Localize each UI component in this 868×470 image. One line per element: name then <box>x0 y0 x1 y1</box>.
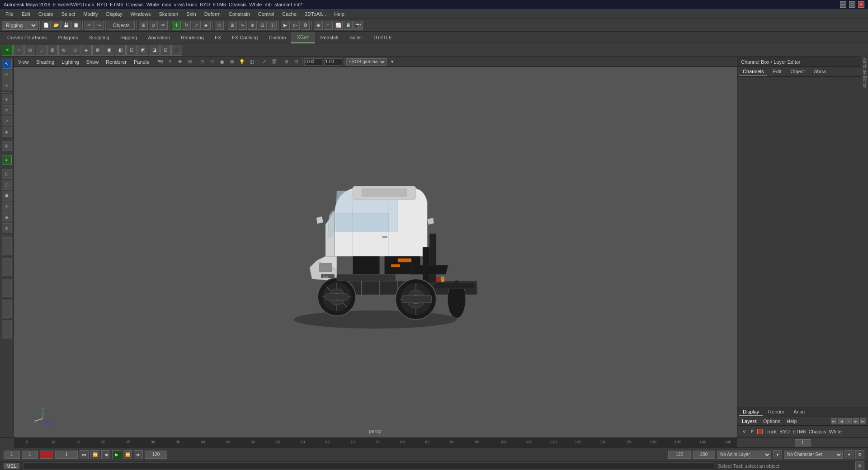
vp-select-icon[interactable]: ⊞ <box>186 58 194 66</box>
snap-surface-icon[interactable]: ◫ <box>268 21 277 30</box>
char-set-dropdown-btn[interactable]: ▼ <box>844 450 854 459</box>
paint-select-tool[interactable]: ✏ <box>2 70 12 80</box>
module-tab-1[interactable]: Polygons <box>52 32 83 43</box>
module-tab-7[interactable]: FX Caching <box>226 32 263 43</box>
shelf-tool8-icon[interactable]: ⊡ <box>126 45 137 56</box>
sculpt-tool[interactable]: ● <box>2 155 12 165</box>
snap-grid-icon[interactable]: ⊞ <box>228 21 237 30</box>
vp-show-menu[interactable]: Show <box>84 58 102 66</box>
vp-value2[interactable] <box>324 58 342 66</box>
box3[interactable] <box>2 279 12 297</box>
render-box5[interactable]: ◉ <box>2 212 12 222</box>
shelf-tool10-icon[interactable]: ◪ <box>149 45 160 56</box>
soft-select-icon[interactable]: ◎ <box>215 21 224 30</box>
close-button[interactable]: ✕ <box>858 1 864 8</box>
playback-max-end[interactable] <box>693 451 715 459</box>
vp-flat-icon[interactable]: ◼ <box>218 58 226 66</box>
shelf-tool11-icon[interactable]: ⊟ <box>160 45 171 56</box>
menu-item-select[interactable]: Select <box>58 10 79 18</box>
hypershade-icon[interactable]: ◉ <box>314 21 323 30</box>
save-icon[interactable]: 💾 <box>61 21 71 30</box>
timeline-current-frame[interactable] <box>795 439 811 446</box>
menu-item-create[interactable]: Create <box>35 10 57 18</box>
render-settings-icon[interactable]: ⚙ <box>301 21 310 30</box>
playback-autokey[interactable] <box>40 451 53 459</box>
layer-prev-btn[interactable]: ◀ <box>838 418 844 424</box>
new-icon[interactable]: 📄 <box>42 21 51 30</box>
shelf-tool4-icon[interactable]: ◈ <box>81 45 92 56</box>
snap-view-icon[interactable]: ⊡ <box>258 21 267 30</box>
mode-dropdown[interactable]: Rigging Animation Modeling <box>2 21 38 30</box>
vp-wireframe-icon[interactable]: ⊡ <box>198 58 206 66</box>
menu-item-3dtoall[interactable]: 3DToAll... <box>301 10 330 18</box>
vp-view-menu[interactable]: View <box>15 58 32 66</box>
module-tab-9[interactable]: XGen <box>291 32 315 43</box>
shelf-tool5-icon[interactable]: ⊠ <box>92 45 103 56</box>
maximize-button[interactable]: □ <box>849 1 855 8</box>
render-box1[interactable]: ⊡ <box>2 169 12 179</box>
menu-item-control[interactable]: Control <box>255 10 278 18</box>
box5[interactable] <box>2 320 12 338</box>
objects-label[interactable]: Objects <box>108 21 135 30</box>
step-forward-btn[interactable]: ⏩ <box>123 450 132 459</box>
layer-visible-icon[interactable]: V <box>741 428 747 435</box>
anim-tab[interactable]: Anim <box>790 408 808 416</box>
menu-item-skin[interactable]: Skin <box>183 10 199 18</box>
playback-end-frame[interactable] <box>668 451 691 459</box>
module-tab-12[interactable]: TURTLE <box>367 32 397 43</box>
camera-icon[interactable]: 📷 <box>354 21 363 30</box>
show-manipulator[interactable]: ⊞ <box>2 141 12 151</box>
timeline[interactable]: 5101520253035404550556065707580859095100… <box>0 437 868 447</box>
module-tab-0[interactable]: Curves / Surfaces <box>2 32 52 43</box>
status-settings-btn[interactable]: ⚙ <box>855 461 864 470</box>
layer-row[interactable]: V P Truck_BYD_ETM6_Chassis_White <box>739 428 866 436</box>
shelf-eye-icon[interactable]: ◎ <box>24 45 35 56</box>
timeline-ruler[interactable]: 5101520253035404550556065707580859095100… <box>14 438 737 448</box>
vp-lighting-menu[interactable]: Lighting <box>59 58 82 66</box>
vp-texture-icon[interactable]: ⊠ <box>228 58 236 66</box>
menu-item-edit[interactable]: Edit <box>18 10 34 18</box>
character-set-dropdown[interactable]: No Character Set <box>784 451 843 459</box>
scale-tool[interactable]: ⤢ <box>2 116 12 126</box>
ipr-render-icon[interactable]: ▷ <box>291 21 300 30</box>
anim-layer-dropdown[interactable]: No Anim Layer <box>717 451 771 459</box>
render-icon[interactable]: ▶ <box>281 21 290 30</box>
snap-point-icon[interactable]: ⊕ <box>248 21 257 30</box>
shelf-tool12-icon[interactable]: ⬛ <box>171 45 182 56</box>
layer-playback-icon[interactable]: P <box>749 428 755 435</box>
shelf-select-icon[interactable]: ✕ <box>2 45 13 56</box>
vp-value1[interactable] <box>304 58 322 66</box>
vp-frame-icon[interactable]: ⊞ <box>282 58 290 66</box>
render-box6[interactable]: ⊛ <box>2 223 12 233</box>
last-tool[interactable]: ◈ <box>2 127 12 137</box>
save-as-icon[interactable]: 📋 <box>71 21 80 30</box>
vp-shading-menu[interactable]: Shading <box>33 58 57 66</box>
menu-item-skeleton[interactable]: Skeleton <box>155 10 182 18</box>
open-icon[interactable]: 📂 <box>52 21 61 30</box>
menu-item-display[interactable]: Display <box>103 10 126 18</box>
rotate-tool[interactable]: ↻ <box>2 105 12 115</box>
render-box2[interactable]: ⬡ <box>2 180 12 190</box>
playback-settings-btn[interactable]: ⚙ <box>855 450 864 459</box>
box1[interactable] <box>2 237 12 255</box>
layer-add-btn[interactable]: + <box>845 418 852 424</box>
shelf-tool6-icon[interactable]: ▣ <box>104 45 114 56</box>
shelf-circle-icon[interactable]: ○ <box>13 45 24 56</box>
play-back-btn[interactable]: ◀ <box>101 450 110 459</box>
scale-tool-icon[interactable]: ⤢ <box>192 21 201 30</box>
trax-editor-icon[interactable]: ≣ <box>344 21 353 30</box>
lasso-icon[interactable]: ⊙ <box>149 21 158 30</box>
goto-start-btn[interactable]: ⏮ <box>80 450 89 459</box>
module-tab-3[interactable]: Rigging <box>115 32 142 43</box>
step-back-btn[interactable]: ⏪ <box>90 450 99 459</box>
vp-dropdown-arrow-icon[interactable]: ▼ <box>388 58 396 66</box>
outliner-icon[interactable]: ≡ <box>324 21 333 30</box>
render-box4[interactable]: ◎ <box>2 202 12 212</box>
edit-tab[interactable]: Edit <box>769 68 785 75</box>
help-label[interactable]: Help <box>784 418 800 424</box>
move-tool-icon[interactable]: ✛ <box>172 21 181 30</box>
vp-grid-icon[interactable]: # <box>166 58 174 66</box>
redo-icon[interactable]: ↪ <box>94 21 104 30</box>
display-tab[interactable]: Display <box>739 408 763 416</box>
vp-iso-icon[interactable]: ↗ <box>260 58 268 66</box>
